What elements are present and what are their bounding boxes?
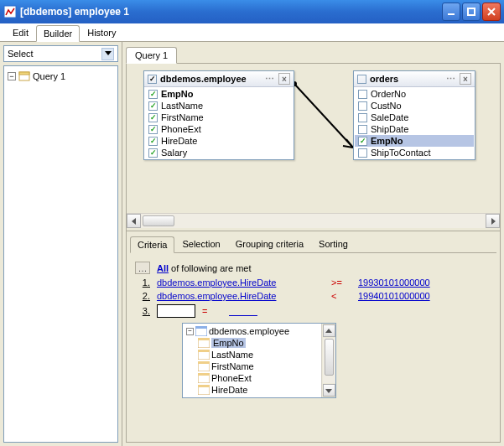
tree-item-query1[interactable]: − Query 1 [8, 70, 114, 83]
mode-tabbar: Edit Builder History [0, 23, 504, 42]
column-lastname[interactable]: ✓LastName [145, 100, 293, 112]
popup-item-hiredate[interactable]: HireDate [184, 384, 320, 396]
tab-builder[interactable]: Builder [36, 25, 80, 42]
window-titlebar: [dbdemos] employee 1 [0, 0, 504, 23]
criteria-row-3[interactable]: 3. = [135, 303, 491, 319]
field-picker-popup[interactable]: − dbdemos.employee EmpNo LastName FirstN… [182, 323, 336, 398]
popup-root-node[interactable]: − dbdemos.employee [184, 325, 320, 337]
query-icon [18, 70, 30, 82]
popup-item-lastname[interactable]: LastName [184, 349, 320, 360]
table-title: orders [370, 74, 443, 84]
svg-rect-3 [19, 72, 29, 75]
column-checkbox[interactable] [358, 101, 367, 111]
popup-item-firstname[interactable]: FirstName [184, 360, 320, 372]
table-header[interactable]: orders ⋯ × [354, 71, 475, 87]
column-icon [198, 350, 210, 360]
app-icon [3, 5, 17, 18]
criteria-row-1[interactable]: 1. dbdemos.employee.HireDate >= 19930101… [135, 276, 491, 289]
column-checkbox[interactable] [358, 90, 367, 99]
column-checkbox[interactable] [358, 113, 367, 122]
column-firstname[interactable]: ✓FirstName [145, 112, 293, 123]
table-close-button[interactable]: × [278, 73, 290, 85]
column-checkbox[interactable] [358, 125, 367, 134]
scroll-down-button[interactable] [323, 384, 335, 397]
popup-item-phoneext[interactable]: PhoneExt [184, 372, 320, 384]
drag-handle-icon[interactable]: ⋯ [446, 74, 456, 85]
criteria-operator[interactable]: < [331, 291, 351, 301]
criteria-operator[interactable]: >= [331, 277, 351, 288]
column-orderno[interactable]: OrderNo [355, 88, 474, 100]
drag-handle-icon[interactable]: ⋯ [265, 74, 275, 85]
criteria-field[interactable]: dbdemos.employee.HireDate [157, 277, 325, 288]
tab-sorting[interactable]: Sorting [311, 236, 356, 252]
scroll-left-button[interactable] [127, 214, 141, 228]
tab-edit[interactable]: Edit [5, 24, 36, 41]
scroll-track[interactable] [323, 338, 335, 383]
collapse-icon[interactable]: − [8, 72, 16, 80]
column-checkbox[interactable]: ✓ [148, 113, 158, 122]
chevron-down-icon [101, 48, 114, 60]
column-icon [198, 373, 210, 383]
table-close-button[interactable]: × [460, 73, 471, 85]
column-checkbox[interactable] [358, 148, 367, 158]
criteria-value[interactable]: 19940101000000 [358, 291, 430, 301]
close-button[interactable] [482, 3, 501, 21]
column-phoneext[interactable]: ✓PhoneExt [145, 123, 293, 135]
criteria-value[interactable]: 19930101000000 [358, 277, 430, 288]
tab-grouping[interactable]: Grouping criteria [228, 236, 311, 252]
query-tabbar: Query 1 [126, 45, 501, 64]
column-shiptocontact[interactable]: ShipToContact [355, 147, 474, 158]
criteria-menu-button[interactable]: … [135, 262, 150, 274]
svg-rect-6 [195, 326, 207, 329]
criteria-field-input[interactable] [157, 304, 195, 318]
criteria-panel: Criteria Selection Grouping criteria Sor… [126, 231, 501, 443]
criteria-value-placeholder[interactable] [229, 307, 257, 316]
select-all-checkbox[interactable] [357, 75, 366, 84]
criteria-operator[interactable]: = [202, 306, 222, 316]
statement-type-dropdown[interactable]: Select [3, 45, 118, 62]
collapse-icon[interactable]: − [186, 328, 194, 335]
column-checkbox[interactable]: ✓ [148, 90, 158, 99]
tab-selection[interactable]: Selection [174, 236, 227, 252]
scroll-track[interactable] [141, 214, 486, 228]
column-salary[interactable]: ✓Salary [145, 147, 293, 158]
table-window-employee[interactable]: ✓ dbdemos.employee ⋯ × ✓EmpNo ✓LastName … [143, 70, 294, 160]
tab-history[interactable]: History [80, 24, 123, 41]
column-empno[interactable]: ✓EmpNo [355, 135, 474, 147]
scroll-thumb[interactable] [325, 339, 334, 376]
column-icon [198, 338, 210, 348]
column-checkbox[interactable]: ✓ [148, 125, 158, 134]
table-header[interactable]: ✓ dbdemos.employee ⋯ × [144, 71, 294, 87]
svg-rect-16 [198, 385, 210, 387]
table-window-orders[interactable]: orders ⋯ × OrderNo CustNo SaleDate ShipD… [353, 70, 475, 160]
query-tree[interactable]: − Query 1 [3, 65, 118, 443]
criteria-row-2[interactable]: 2. dbdemos.employee.HireDate < 199401010… [135, 289, 491, 303]
popup-scrollbar[interactable] [321, 324, 335, 397]
popup-item-empno[interactable]: EmpNo [184, 337, 320, 349]
column-empno[interactable]: ✓EmpNo [145, 88, 293, 100]
minimize-button[interactable] [442, 3, 460, 21]
tab-criteria[interactable]: Criteria [130, 236, 174, 253]
column-saledate[interactable]: SaleDate [355, 112, 474, 123]
query-tab-1[interactable]: Query 1 [126, 47, 177, 64]
column-checkbox[interactable]: ✓ [358, 137, 367, 146]
scroll-up-button[interactable] [323, 324, 335, 337]
scroll-thumb[interactable] [143, 215, 174, 226]
column-checkbox[interactable]: ✓ [148, 148, 158, 158]
horizontal-scrollbar[interactable] [127, 213, 500, 228]
column-checkbox[interactable]: ✓ [148, 137, 158, 146]
field-picker-list[interactable]: − dbdemos.employee EmpNo LastName FirstN… [183, 324, 321, 397]
column-checkbox[interactable]: ✓ [148, 101, 158, 111]
column-shipdate[interactable]: ShipDate [355, 123, 474, 135]
criteria-tabbar: Criteria Selection Grouping criteria Sor… [130, 235, 496, 253]
window-title: [dbdemos] employee 1 [20, 6, 442, 18]
join-line [293, 80, 356, 181]
select-all-checkbox[interactable]: ✓ [148, 75, 157, 84]
maximize-button[interactable] [462, 3, 481, 21]
criteria-field[interactable]: dbdemos.employee.HireDate [157, 291, 325, 301]
criteria-header[interactable]: All of following are met [157, 263, 252, 273]
diagram-canvas[interactable]: ✓ dbdemos.employee ⋯ × ✓EmpNo ✓LastName … [127, 64, 500, 213]
scroll-right-button[interactable] [486, 214, 500, 228]
column-hiredate[interactable]: ✓HireDate [145, 135, 293, 147]
column-custno[interactable]: CustNo [355, 100, 474, 112]
